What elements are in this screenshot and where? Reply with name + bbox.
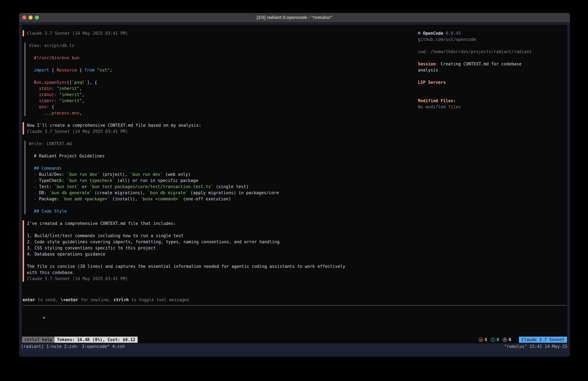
status-right: w0i0h0 Claude 3.7 Sonnet (479, 336, 567, 343)
sidebar-line (418, 55, 565, 61)
sidebar-line: analysis (418, 67, 565, 73)
message-accent-bar (24, 141, 26, 214)
chat-line: Claude 3.7 Sonnet (14 May 2025 03:41 PM) (27, 276, 415, 282)
count-value: 0 (497, 337, 499, 342)
tool-output-block: View: script/db.ts #!/usr/bin/env bun im… (24, 43, 415, 116)
sidebar-line: Session: Creating CONTEXT.md for codebas… (418, 61, 565, 67)
chat-line (27, 257, 415, 263)
chat-line (29, 49, 415, 55)
hidden-count-icon: h (503, 337, 507, 342)
chat-line: Now I'll create a comprehensive CONTEXT.… (27, 122, 415, 128)
chat-line: import { Resource } from "sst"; (29, 67, 415, 73)
message-accent-bar (24, 43, 26, 116)
count-value: 0 (484, 337, 487, 342)
count-value: 0 (509, 337, 511, 342)
sidebar-line: github.com/sst/opencode (418, 36, 565, 43)
chat-line (27, 226, 415, 233)
chat-line: ## Commands (29, 165, 415, 171)
info-count-icon: i0 (491, 337, 499, 342)
chat-line: - TypeCheck: `bun run typecheck` (all) o… (29, 178, 415, 183)
window-title: [2/3] radiant:3:opencode - "romulus" (256, 15, 332, 20)
chat-line (29, 73, 415, 79)
chat-line: Bun.spawnSync([`psql`], { (29, 79, 415, 85)
chat-line: - DB: `bun db generate` (create migratio… (29, 190, 415, 196)
zoom-button[interactable] (35, 16, 39, 20)
chat-line: env: { (29, 104, 415, 110)
assistant-message-block: Claude 3.7 Sonnet (14 May 2025 03:41 PM) (22, 30, 415, 36)
status-bar: ctrl+? help Tokens: 16.4K (8%), Cost: $0… (22, 336, 567, 343)
sidebar-line (418, 91, 565, 98)
chat-line: # Radiant Project Guidelines (29, 153, 415, 159)
input-area: enter to send, \+enter for newline, ctrl… (22, 297, 566, 315)
write-count-icon: w0 (479, 337, 487, 342)
tmux-right-status: "romulus" 15:41 14-May-25 (504, 344, 567, 349)
sidebar-line: No modified files (418, 104, 565, 110)
hidden-count-icon: h0 (503, 337, 511, 342)
window-titlebar[interactable]: [2/3] radiant:3:opencode - "romulus" (19, 13, 570, 22)
tmux-session-name: [radiant] (21, 344, 44, 349)
tmux-left: [radiant] 1:nvim2:zsh-3:opencode*4:zsh (21, 344, 125, 349)
chat-line (29, 61, 415, 67)
message-accent-bar (22, 122, 24, 134)
chat-line: stderr: "inherit", (29, 98, 415, 104)
tmux-window-tab[interactable]: 1:nvim (46, 344, 62, 349)
chat-area: Claude 3.7 Sonnet (14 May 2025 03:41 PM)… (22, 30, 415, 288)
sidebar-line (418, 43, 565, 49)
chat-line: ...process.env, (29, 110, 415, 116)
tmux-status-bar: [radiant] 1:nvim2:zsh-3:opencode*4:zsh "… (19, 343, 570, 350)
chat-line: I've created a comprehensive CONTEXT.md … (27, 220, 415, 226)
chat-line: 2. Code style guidelines covering import… (27, 239, 415, 245)
write-count-icon: w (479, 337, 483, 342)
info-count-icon: i (491, 337, 495, 342)
chat-line: stdout: "inherit", (29, 91, 415, 98)
desktop: { "window": { "title": "[2/3] radiant:3:… (0, 0, 588, 381)
tmux-window-tab[interactable]: 4:zsh (112, 344, 125, 349)
session-sidebar: © OpenCode 0.0.45github.com/sst/opencode… (418, 30, 565, 110)
message-accent-bar (22, 30, 24, 36)
tool-output-block: Write: CONTEXT.md # Radiant Project Guid… (24, 141, 415, 214)
chat-line: The file is concise (20 lines) and captu… (27, 263, 415, 269)
prompt-symbol: > (43, 315, 45, 320)
traffic-lights (22, 13, 39, 22)
minimize-button[interactable] (29, 16, 33, 20)
chat-line (29, 147, 415, 153)
tmux-window-tab-active[interactable]: 3:opencode* (82, 344, 109, 349)
chat-line: Write: CONTEXT.md (29, 141, 415, 147)
chat-line: Claude 3.7 Sonnet (14 May 2025 03:41 PM) (27, 128, 415, 134)
prompt-input[interactable]: > (22, 309, 566, 315)
sidebar-line (418, 85, 565, 91)
message-accent-bar (22, 220, 24, 282)
help-hint-chip: ctrl+? help (22, 336, 55, 343)
chat-line: - Package: `bun add <package>` (install)… (29, 196, 415, 202)
terminal-screen: Claude 3.7 Sonnet (14 May 2025 03:41 PM)… (22, 25, 567, 343)
sidebar-line: Modified Files: (418, 98, 565, 104)
chat-line: - Test: `bun test` or `bun test packages… (29, 183, 415, 190)
chat-line: ## Code Style (29, 208, 415, 214)
chat-line: Claude 3.7 Sonnet (14 May 2025 03:41 PM) (27, 30, 415, 36)
assistant-message-block: I've created a comprehensive CONTEXT.md … (22, 220, 415, 282)
sidebar-line: © OpenCode 0.0.45 (418, 30, 565, 36)
chat-line: stdin: "inherit", (29, 85, 415, 91)
sidebar-line (418, 73, 565, 79)
assistant-message-block: Now I'll create a comprehensive CONTEXT.… (22, 122, 415, 134)
input-separator (22, 305, 566, 306)
chat-line: 3. CSS styling conventions specific to t… (27, 245, 415, 251)
chat-line: 4. Database operations guidance (27, 251, 415, 257)
chat-line: 1. Build/lint/test commands including ho… (27, 233, 415, 239)
close-button[interactable] (22, 16, 26, 20)
tmux-window-tab[interactable]: 2:zsh- (64, 344, 79, 349)
chat-line (29, 159, 415, 165)
chat-line: View: script/db.ts (29, 43, 415, 49)
chat-line: - Build/Dev: `bun run dev` (project), `b… (29, 171, 415, 178)
sidebar-line: LSP Servers (418, 79, 565, 85)
chat-line: with this codebase. (27, 269, 415, 276)
chat-line: #!/usr/bin/env bun (29, 55, 415, 61)
chat-line (29, 202, 415, 208)
terminal-window: [2/3] radiant:3:opencode - "romulus" Cla… (19, 13, 570, 357)
tokens-cost-chip: Tokens: 16.4K (8%), Cost: $0.12 (55, 336, 138, 343)
model-badge: Claude 3.7 Sonnet (519, 336, 567, 343)
keybinding-hint: enter to send, \+enter for newline, ctrl… (22, 297, 566, 303)
sidebar-line: cwd: /home/thdxr/dev/projects/radiant/ra… (418, 49, 565, 55)
